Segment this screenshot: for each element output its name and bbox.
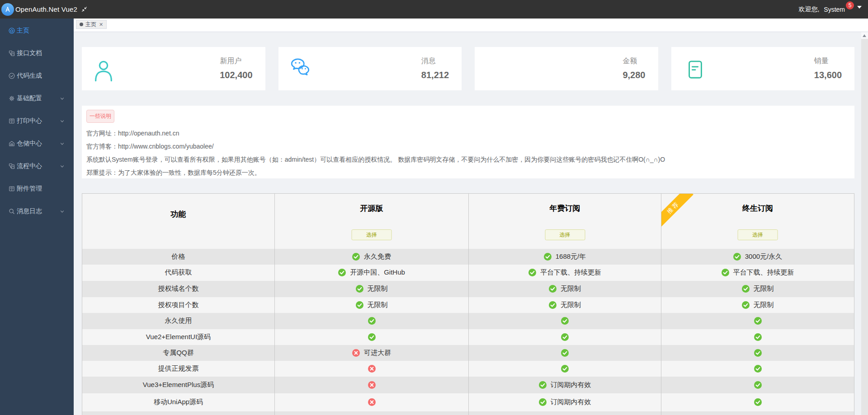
pricing-cell bbox=[275, 377, 469, 393]
scrollbar-up-arrow[interactable] bbox=[863, 34, 866, 37]
pricing-cell-text: 平台下载、持续更新 bbox=[540, 268, 601, 277]
stat-card-desc: 新用户102,400 bbox=[220, 57, 252, 79]
sidebar-item-label: 附件管理 bbox=[17, 185, 42, 193]
notice-line-2: 官方博客：http://www.cnblogs.com/yubaolee/ bbox=[86, 143, 850, 149]
pricing-row-5: 永久使用 bbox=[82, 313, 854, 329]
pricing-col-title: 功能 bbox=[82, 209, 274, 219]
sidebar-item-code-gen[interactable]: 代码生成 bbox=[0, 65, 74, 87]
check-icon bbox=[733, 253, 741, 261]
check-icon bbox=[754, 317, 762, 325]
feature-name: 移动UniApp源码 bbox=[82, 393, 275, 411]
sidebar-item-home[interactable]: 主页 bbox=[0, 19, 74, 42]
pricing-cell-text: 平台下载、持续更新 bbox=[733, 268, 794, 277]
tabbar: 主页 ✕ bbox=[74, 19, 868, 32]
pricing-row-4: 授权项目个数无限制无限制无限制 bbox=[82, 297, 854, 313]
pricing-cell-text: 订阅期内有效 bbox=[551, 398, 591, 406]
gear-icon bbox=[9, 95, 15, 102]
vertical-scrollbar[interactable] bbox=[861, 32, 868, 415]
check-icon bbox=[742, 301, 750, 309]
choose-button[interactable]: 选择 bbox=[352, 229, 392, 240]
check-icon bbox=[754, 333, 762, 341]
stat-card-sales[interactable]: 销量13,600 bbox=[671, 47, 855, 90]
stat-card-value: 9,280 bbox=[623, 70, 645, 79]
stat-card-value: 13,600 bbox=[814, 70, 842, 79]
sidebar-item-label: 消息日志 bbox=[17, 207, 42, 215]
pricing-table: 功能开源版选择年费订阅选择终生订阅选择推荐 价格永久免费1688元/年3000元… bbox=[82, 193, 854, 415]
cross-icon bbox=[368, 381, 376, 389]
pricing-cell-text: 3000元/永久 bbox=[745, 252, 783, 261]
pricing-cell-text: 1688元/年 bbox=[556, 252, 586, 261]
pricing-cell bbox=[661, 377, 854, 393]
sidebar-item-label: 打印中心 bbox=[17, 117, 42, 125]
sidebar-item-label: 主页 bbox=[17, 27, 29, 35]
pricing-cell: 开源中国、GitHub bbox=[275, 265, 469, 281]
pricing-row-partial bbox=[82, 411, 854, 415]
cross-icon bbox=[368, 398, 376, 406]
notification-badge[interactable]: 5 bbox=[846, 1, 854, 9]
pricing-cell bbox=[661, 329, 854, 345]
scrollbar-thumb[interactable] bbox=[861, 39, 868, 415]
pricing-row-7: 专属QQ群可进大群 bbox=[82, 345, 854, 361]
pricing-cell bbox=[469, 313, 661, 329]
sidebar-item-message-log[interactable]: 消息日志 bbox=[0, 200, 74, 223]
feature-name: 专属QQ群 bbox=[82, 345, 275, 361]
check-icon bbox=[368, 333, 376, 341]
sidebar-item-attachments[interactable]: 附件管理 bbox=[0, 177, 74, 200]
pricing-cell: 平台下载、持续更新 bbox=[469, 265, 661, 281]
stat-card-value: 102,400 bbox=[220, 70, 252, 79]
feature-name: 授权项目个数 bbox=[82, 297, 275, 313]
sidebar-item-api-docs[interactable]: 接口文档 bbox=[0, 42, 74, 65]
warehouse-icon bbox=[9, 140, 15, 147]
feature-name: 价格 bbox=[82, 249, 275, 265]
choose-button[interactable]: 选择 bbox=[738, 229, 778, 240]
choose-button[interactable]: 选择 bbox=[545, 229, 585, 240]
pricing-cell: 无限制 bbox=[469, 297, 661, 313]
stat-card-label: 金额 bbox=[623, 57, 645, 65]
sidebar-item-base-config[interactable]: 基础配置 bbox=[0, 87, 74, 110]
pricing-cell: 订阅期内有效 bbox=[469, 377, 661, 393]
notice-tag-button[interactable]: 一些说明 bbox=[86, 110, 114, 123]
pricing-cell: 3000元/永久 bbox=[661, 249, 854, 265]
stat-card-label: 新用户 bbox=[220, 57, 252, 65]
feature-name: Vue2+ElementUI源码 bbox=[82, 329, 275, 345]
pricing-cell bbox=[661, 393, 854, 411]
sidebar-item-warehouse[interactable]: 仓储中心 bbox=[0, 132, 74, 155]
pricing-cell bbox=[661, 361, 854, 377]
pricing-cell: 订阅期内有效 bbox=[469, 393, 661, 411]
stat-card-amount[interactable]: 金额9,280 bbox=[475, 47, 658, 90]
collapse-screen-icon[interactable] bbox=[81, 6, 87, 12]
wechat-icon bbox=[289, 56, 312, 78]
check-icon bbox=[561, 349, 569, 357]
sidebar-item-label: 仓储中心 bbox=[17, 140, 42, 148]
pricing-cell: 无限制 bbox=[661, 297, 854, 313]
sidebar-item-label: 接口文档 bbox=[17, 49, 42, 57]
check-icon bbox=[754, 381, 762, 389]
chevron-down-icon bbox=[60, 142, 64, 146]
flow-icon bbox=[9, 50, 15, 56]
check-icon bbox=[539, 381, 547, 389]
notice-line-3: 系统默认System账号登录，可以查看所有权限，如果用其他账号（如：admin/… bbox=[86, 156, 850, 163]
pricing-cell: 无限制 bbox=[469, 281, 661, 297]
stat-card-new-users[interactable]: 新用户102,400 bbox=[82, 47, 265, 90]
main-content: 新用户102,400消息81,212金额9,280销量13,600 一些说明 官… bbox=[74, 32, 861, 415]
sidebar-item-print-center[interactable]: 打印中心 bbox=[0, 110, 74, 132]
feature-name: 提供正规发票 bbox=[82, 361, 275, 377]
chevron-down-icon bbox=[60, 210, 64, 214]
cross-icon bbox=[352, 349, 360, 357]
check-icon bbox=[338, 269, 346, 276]
pricing-col-title: 终生订阅 bbox=[661, 203, 854, 214]
stat-card-messages[interactable]: 消息81,212 bbox=[278, 47, 462, 90]
feature-name: 代码获取 bbox=[82, 265, 275, 281]
tab-close-icon[interactable]: ✕ bbox=[99, 22, 103, 27]
sidebar-item-flow-center[interactable]: 流程中心 bbox=[0, 155, 74, 177]
pricing-row-10: 移动UniApp源码订阅期内有效 bbox=[82, 393, 854, 411]
book-icon bbox=[9, 118, 15, 124]
user-menu-caret-icon[interactable] bbox=[857, 6, 862, 9]
tab-home[interactable]: 主页 ✕ bbox=[76, 20, 107, 29]
check-circle-icon bbox=[9, 73, 15, 79]
cross-icon bbox=[368, 365, 376, 373]
check-icon bbox=[754, 398, 762, 406]
user-name[interactable]: System bbox=[824, 6, 845, 13]
chevron-down-icon bbox=[60, 164, 64, 168]
pricing-row-1: 价格永久免费1688元/年3000元/永久 bbox=[82, 249, 854, 265]
